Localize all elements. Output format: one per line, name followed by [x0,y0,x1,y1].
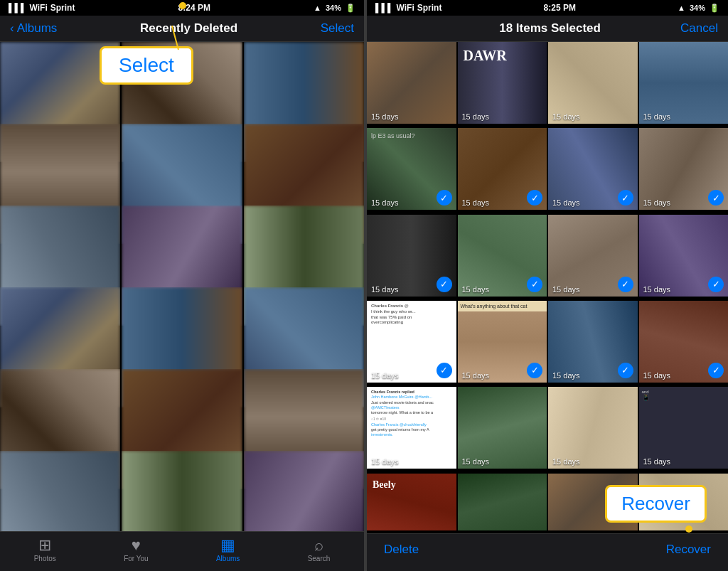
photo-cell[interactable]: and📱 15 days [639,387,729,469]
photo-cell[interactable]: 15 days [458,387,547,469]
photo-cell[interactable]: 15 days ✓ [548,215,638,297]
right-signal-icon: ▌▌▌ [375,3,394,13]
photo-cell[interactable]: lp E3 as usual? 15 days ✓ [367,128,456,210]
left-battery-pct: 34% [326,4,341,12]
days-label: 15 days [371,457,399,466]
days-label: 15 days [462,457,490,466]
left-location-icon: ▲ [314,4,321,12]
tab-bar: ⊞ Photos ♥ For You ▦ Albums ⌕ Search [0,531,364,571]
recover-annotation: Recover [605,485,707,523]
tab-for-you[interactable]: ♥ For You [124,538,148,562]
days-label: 15 days [462,371,490,380]
chevron-left-icon: ‹ [10,21,14,36]
left-nav-title: Recently Deleted [140,21,237,36]
check-badge: ✓ [708,363,724,378]
left-battery-icon: 🔋 [346,4,355,13]
days-label: 15 days [371,198,399,207]
tab-photos-label: Photos [34,555,56,562]
photo-cell[interactable]: 15 days ✓ [548,128,638,210]
photo-cell[interactable]: What's anything about that cat 15 days ✓ [458,301,547,383]
right-panel: ▌▌▌ WiFi Sprint 8:25 PM ▲ 34% 🔋 18 Items… [367,0,728,571]
select-annotation: Select [100,46,193,85]
tab-search[interactable]: ⌕ Search [308,538,331,562]
photo-cell[interactable] [122,451,242,531]
check-badge: ✓ [437,363,452,378]
photo-cell[interactable]: 15 days ✓ [367,215,456,297]
days-label: 15 days [462,198,490,207]
photo-cell[interactable]: 15 days ✓ [639,128,729,210]
select-annotation-label: Select [119,54,174,76]
photo-cell[interactable] [458,474,547,530]
tab-search-label: Search [308,555,331,562]
photo-cell-tweet-long[interactable]: Charles Francis replied John Hambone McG… [367,387,456,469]
back-label[interactable]: Albums [17,21,58,36]
tab-photos[interactable]: ⊞ Photos [34,538,56,562]
photo-cell[interactable]: 15 days ✓ [639,215,729,297]
days-label: 15 days [552,457,580,466]
days-label: 15 days [371,112,399,121]
tab-for-you-label: For You [124,555,148,562]
recover-button[interactable]: Recover [666,543,711,557]
left-nav-bar: ‹ Albums Recently Deleted Select [0,16,364,42]
tab-albums-label: Albums [216,555,240,562]
for-you-icon: ♥ [132,538,141,553]
left-carrier: Sprint [50,3,75,13]
left-wifi-icon: WiFi [30,3,48,13]
photo-cell[interactable] [244,451,364,531]
right-photo-grid: 15 days DAWR 15 days 15 days 15 days lp … [367,42,728,533]
check-badge: ✓ [527,277,542,292]
right-battery-pct: 34% [690,4,705,12]
annotation-dot-bottom [685,525,692,533]
left-signal-icon: ▌▌▌ [9,3,27,13]
days-label: 15 days [643,112,671,121]
check-badge: ✓ [437,277,452,292]
days-label: 15 days [371,371,399,380]
cancel-button[interactable]: Cancel [680,21,718,36]
right-status-bar: ▌▌▌ WiFi Sprint 8:25 PM ▲ 34% 🔋 [367,0,728,16]
days-label: 15 days [371,285,399,294]
photo-cell[interactable]: Beely [367,474,456,530]
tweet-text-long: Charles Francis replied John Hambone McG… [367,387,456,440]
check-badge: ✓ [437,190,452,206]
photo-cell[interactable]: 15 days [548,387,638,469]
recover-annotation-box: Recover [605,485,707,523]
select-button[interactable]: Select [321,21,354,36]
check-badge: ✓ [527,190,542,206]
photo-cell[interactable]: 15 days [548,42,638,124]
delete-button[interactable]: Delete [384,543,419,557]
photo-cell[interactable] [0,451,120,531]
photo-cell[interactable]: 15 days ✓ [548,301,638,383]
days-label: 15 days [552,371,580,380]
days-label: 15 days [552,198,580,207]
right-nav-bar: 18 Items Selected Cancel [367,16,728,42]
right-battery-info: ▲ 34% 🔋 [678,4,719,13]
back-button[interactable]: ‹ Albums [10,21,57,36]
days-label: 15 days [462,285,490,294]
right-nav-title: 18 Items Selected [419,21,680,36]
search-icon: ⌕ [314,538,323,553]
tab-albums[interactable]: ▦ Albums [216,538,240,562]
photo-cell[interactable]: 15 days [367,42,456,124]
photo-cell[interactable]: DAWR 15 days [458,42,547,124]
check-badge: ✓ [708,277,724,292]
check-badge: ✓ [618,190,633,206]
photo-cell[interactable]: 15 days ✓ [639,301,729,383]
check-badge: ✓ [618,277,633,292]
photo-cell[interactable]: 15 days [639,42,729,124]
photo-cell-tweet[interactable]: Charles Francis @ I think the guy who wr… [367,301,456,383]
photo-cell[interactable]: 15 days ✓ [458,128,547,210]
check-badge: ✓ [527,363,542,378]
tweet-text: Charles Francis @ I think the guy who wr… [367,301,456,329]
left-battery-info: ▲ 34% 🔋 [314,4,355,13]
right-time: 8:25 PM [544,3,576,13]
photo-cell[interactable]: 15 days ✓ [458,215,547,297]
left-photo-grid [0,42,364,531]
right-carrier: Sprint [417,3,442,13]
right-wifi-icon: WiFi [397,3,414,13]
left-panel: ▌▌▌ WiFi Sprint 8:24 PM ▲ 34% 🔋 ‹ Albums… [0,0,364,571]
left-carrier-info: ▌▌▌ WiFi Sprint [9,3,75,13]
annotation-dot-top [179,2,186,9]
check-badge: ✓ [618,363,633,378]
days-label: 15 days [552,285,580,294]
days-label: 15 days [643,198,671,207]
